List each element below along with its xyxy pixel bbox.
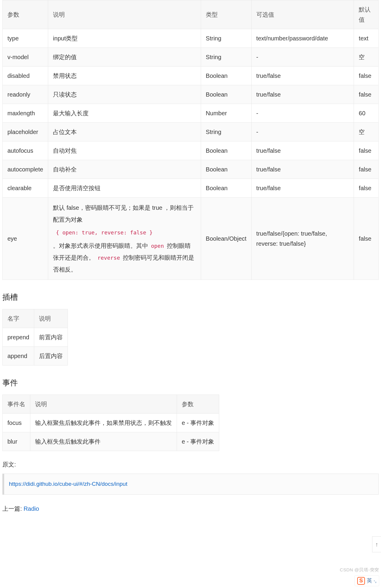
cell-default: false: [354, 85, 379, 104]
col-event-arg: 参数: [177, 395, 219, 414]
cell-default: 空: [354, 123, 379, 141]
table-header-row: 参数 说明 类型 可选值 默认值: [3, 0, 379, 29]
cell-event-name: focus: [3, 414, 30, 432]
slots-heading: 插槽: [2, 291, 379, 304]
table-row: disabled 禁用状态 Boolean true/false false: [3, 67, 379, 85]
cell-options: -: [251, 123, 354, 141]
eye-code-reverse: reverse: [96, 254, 121, 261]
cell-type: Number: [201, 104, 251, 123]
table-row: maxlength 最大输入长度 Number - 60: [3, 104, 379, 123]
prev-link[interactable]: Radio: [23, 505, 39, 512]
table-row: v-model 绑定的值 String - 空: [3, 48, 379, 67]
cell-param: maxlength: [3, 104, 48, 123]
cell-desc: 绑定的值: [48, 48, 201, 67]
prev-prefix: 上一篇:: [2, 505, 23, 512]
cell-event-desc: 输入框聚焦后触发此事件，如果禁用状态，则不触发: [30, 414, 177, 432]
cell-param: type: [3, 29, 48, 48]
table-row: placeholder 占位文本 String - 空: [3, 123, 379, 141]
cell-options: true/false: [251, 85, 354, 104]
table-row: autofocus 自动对焦 Boolean true/false false: [3, 141, 379, 160]
col-options: 可选值: [251, 0, 354, 29]
cell-desc: 是否使用清空按钮: [48, 179, 201, 198]
cell-param: clearable: [3, 179, 48, 198]
cell-type: Boolean: [201, 85, 251, 104]
col-desc: 说明: [34, 309, 68, 328]
cell-event-arg: e - 事件对象: [177, 414, 219, 432]
cell-desc: input类型: [48, 29, 201, 48]
cell-type: Boolean: [201, 141, 251, 160]
eye-code-open: open: [150, 242, 165, 249]
col-event-desc: 说明: [30, 395, 177, 414]
cell-desc: 占位文本: [48, 123, 201, 141]
col-type: 类型: [201, 0, 251, 29]
table-row: autocomplete 自动补全 Boolean true/false fal…: [3, 160, 379, 179]
cell-desc: 前置内容: [34, 328, 68, 347]
table-row: type input类型 String text/number/password…: [3, 29, 379, 48]
source-link[interactable]: https://didi.github.io/cube-ui/#/zh-CN/d…: [9, 481, 127, 487]
cell-param: autofocus: [3, 141, 48, 160]
events-heading: 事件: [2, 376, 379, 389]
cell-options: true/false: [251, 141, 354, 160]
cell-event-name: blur: [3, 432, 30, 451]
table-row: blur 输入框失焦后触发此事件 e - 事件对象: [3, 432, 219, 451]
cell-desc: 自动补全: [48, 160, 201, 179]
cell-default: 空: [354, 48, 379, 67]
cell-type: Boolean: [201, 67, 251, 85]
col-name: 名字: [3, 309, 34, 328]
cell-type: Boolean/Object: [201, 198, 251, 280]
cell-desc: 后置内容: [34, 347, 68, 365]
col-param: 参数: [3, 0, 48, 29]
table-header-row: 名字 说明: [3, 309, 68, 328]
cell-desc: 禁用状态: [48, 67, 201, 85]
cell-desc: 自动对焦: [48, 141, 201, 160]
cell-options: true/false: [251, 67, 354, 85]
cell-param: eye: [3, 198, 48, 280]
cell-param: readonly: [3, 85, 48, 104]
eye-desc-pre: 默认 false，密码眼睛不可见；如果是 true ，则相当于配置为对象: [53, 204, 194, 223]
cell-desc: 最大输入长度: [48, 104, 201, 123]
events-table: 事件名 说明 参数 focus 输入框聚焦后触发此事件，如果禁用状态，则不触发 …: [2, 395, 219, 451]
cell-param: placeholder: [3, 123, 48, 141]
table-row: append 后置内容: [3, 347, 68, 365]
col-desc: 说明: [48, 0, 201, 29]
cell-desc: 默认 false，密码眼睛不可见；如果是 true ，则相当于配置为对象 { o…: [48, 198, 201, 280]
cell-default: false: [354, 141, 379, 160]
cell-type: Boolean: [201, 160, 251, 179]
cell-name: append: [3, 347, 34, 365]
cell-param: v-model: [3, 48, 48, 67]
cell-options: true/false/{open: true/false, reverse: t…: [251, 198, 354, 280]
prev-article: 上一篇: Radio: [2, 504, 379, 514]
cell-options: true/false: [251, 179, 354, 198]
cell-options: -: [251, 48, 354, 67]
cell-event-desc: 输入框失焦后触发此事件: [30, 432, 177, 451]
cell-default: false: [354, 160, 379, 179]
cell-type: String: [201, 48, 251, 67]
cell-default: false: [354, 198, 379, 280]
cell-type: String: [201, 123, 251, 141]
table-row: readonly 只读状态 Boolean true/false false: [3, 85, 379, 104]
source-box: https://didi.github.io/cube-ui/#/zh-CN/d…: [2, 474, 379, 494]
cell-default: text: [354, 29, 379, 48]
cell-desc: 只读状态: [48, 85, 201, 104]
cell-options: -: [251, 104, 354, 123]
props-table: 参数 说明 类型 可选值 默认值 type input类型 String tex…: [2, 0, 379, 280]
cell-type: String: [201, 29, 251, 48]
cell-param: autocomplete: [3, 160, 48, 179]
cell-options: true/false: [251, 160, 354, 179]
col-event-name: 事件名: [3, 395, 30, 414]
eye-code-block: { open: true, reverse: false }: [56, 227, 196, 238]
table-row: clearable 是否使用清空按钮 Boolean true/false fa…: [3, 179, 379, 198]
table-row: focus 输入框聚焦后触发此事件，如果禁用状态，则不触发 e - 事件对象: [3, 414, 219, 432]
cell-default: 60: [354, 104, 379, 123]
cell-default: false: [354, 179, 379, 198]
table-header-row: 事件名 说明 参数: [3, 395, 219, 414]
slots-table: 名字 说明 prepend 前置内容 append 后置内容: [2, 309, 68, 365]
cell-default: false: [354, 67, 379, 85]
source-label: 原文:: [2, 459, 379, 469]
eye-desc-mid1: 。对象形式表示使用密码眼睛。其中: [53, 242, 150, 249]
table-row: prepend 前置内容: [3, 328, 68, 347]
col-default: 默认值: [354, 0, 379, 29]
cell-name: prepend: [3, 328, 34, 347]
cell-event-arg: e - 事件对象: [177, 432, 219, 451]
cell-param: disabled: [3, 67, 48, 85]
